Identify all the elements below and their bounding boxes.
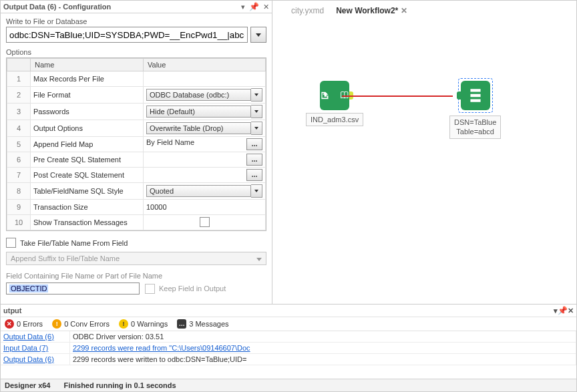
warnings-status[interactable]: !0 Warnings [119,319,168,329]
take-file-checkbox[interactable] [6,238,16,248]
errors-status[interactable]: ✕0 Errors [5,319,43,329]
message-text: 2299 records were written to odbc:DSN=Ta… [70,354,576,365]
row-index: 2 [7,87,31,104]
option-value[interactable]: ... [144,168,266,183]
option-value[interactable] [144,71,266,87]
option-value[interactable]: By Field Name... [144,137,266,152]
dropdown-icon[interactable]: ▾ [241,3,245,11]
output-node-label: DSN=TaBlue Table=abcd [449,116,501,139]
options-table: Name Value 1Max Records Per File2File Fo… [6,57,266,231]
option-name: Output Options [31,120,144,137]
option-value[interactable] [144,215,266,230]
output-close-icon[interactable]: ✕ [568,307,574,315]
row-index: 9 [7,200,31,215]
input-node-label: IND_adm3.csv [306,113,363,126]
option-value[interactable]: Quoted [144,183,266,200]
option-value[interactable]: ODBC Database (odbc:) [144,87,266,104]
append-suffix-combo: Append Suffix to File/Table Name [6,252,266,265]
option-value[interactable]: Overwrite Table (Drop) [144,120,266,137]
option-name: Pre Create SQL Statement [31,152,144,168]
option-name: Post Create SQL Statement [31,168,144,183]
write-to-label: Write to File or Database [6,17,266,25]
output-pin-icon[interactable]: 📌 [558,306,568,315]
col-value: Value [144,59,266,71]
field-select[interactable]: OBJECTID [6,282,140,295]
messages-status[interactable]: …3 Messages [177,319,228,329]
row-index: 6 [7,152,31,168]
connection-dropdown-button[interactable] [250,27,266,43]
message-source[interactable]: Output Data (6) [1,331,70,343]
option-name: Transaction Size [31,200,144,215]
config-panel-title: Output Data (6) - Configuration ▾ 📌 ✕ [1,1,272,13]
keep-field-checkbox: Keep Field in Output [145,284,226,294]
workflow-tab[interactable]: city.yxmd [286,5,329,17]
row-index: 4 [7,120,31,137]
row-index: 5 [7,137,31,152]
message-source[interactable]: Output Data (6) [1,354,70,365]
take-file-label: Take File/Table Name From Field [20,239,128,247]
pin-icon[interactable]: 📌 [249,2,259,11]
message-source[interactable]: Input Data (7) [1,343,70,354]
row-index: 3 [7,104,31,120]
close-icon[interactable]: ✕ [263,3,269,11]
option-name: Append Field Map [31,137,144,152]
workflow-tab[interactable]: New Workflow2*✕ [331,5,413,17]
output-panel-title: utput ▾ 📌 ✕ [1,305,576,317]
option-name: Max Records Per File [31,71,144,87]
row-index: 7 [7,168,31,183]
conv-errors-status[interactable]: !0 Conv Errors [52,319,110,329]
connection-string-input[interactable] [6,27,248,43]
row-index: 10 [7,215,31,230]
row-index: 1 [7,71,31,87]
status-bar: Designer x64 Finished running in 0.1 sec… [1,379,576,391]
tab-close-icon[interactable]: ✕ [401,6,407,15]
row-index: 8 [7,183,31,200]
option-name: Show Transaction Messages [31,215,144,230]
option-name: File Format [31,87,144,104]
connection-wire [342,95,453,97]
config-title-text: Output Data (6) - Configuration [3,3,111,11]
field-containing-label: Field Containing File Name or Part of Fi… [6,272,266,280]
option-value[interactable]: Hide (Default) [144,104,266,120]
options-label: Options [6,48,266,56]
option-value[interactable]: 10000 [144,200,266,215]
option-name: Table/FieldName SQL Style [31,183,144,200]
option-name: Passwords [31,104,144,120]
message-text[interactable]: 2299 records were read from "C:\Users\09… [70,343,576,354]
output-data-node[interactable] [461,81,490,110]
col-name: Name [31,59,144,71]
option-value[interactable]: ... [144,152,266,168]
message-text: ODBC Driver version: 03.51 [70,331,576,343]
